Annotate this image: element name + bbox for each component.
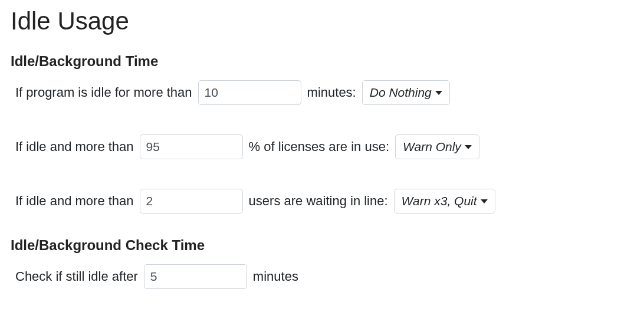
waiting-users-action-label: Warn x3, Quit	[402, 194, 477, 208]
page-title: Idle Usage	[11, 7, 633, 35]
check-idle-suffix-label: minutes	[253, 269, 298, 284]
license-percent-input[interactable]	[140, 134, 243, 159]
waiting-users-suffix-label: users are waiting in line:	[249, 193, 388, 209]
waiting-users-row: If idle and more than users are waiting …	[11, 189, 633, 214]
check-idle-prefix-label: Check if still idle after	[15, 269, 138, 284]
caret-down-icon	[481, 199, 488, 203]
idle-minutes-row: If program is idle for more than minutes…	[11, 80, 633, 105]
idle-minutes-suffix-label: minutes:	[307, 85, 356, 100]
caret-down-icon	[435, 91, 442, 95]
waiting-users-input[interactable]	[140, 189, 243, 214]
idle-minutes-prefix-label: If program is idle for more than	[15, 85, 192, 100]
license-percent-row: If idle and more than % of licenses are …	[11, 134, 633, 159]
section-heading-check-time: Idle/Background Check Time	[11, 237, 633, 254]
caret-down-icon	[465, 145, 472, 149]
check-idle-minutes-input[interactable]	[144, 264, 247, 289]
license-percent-action-label: Warn Only	[403, 140, 461, 154]
idle-minutes-input[interactable]	[198, 80, 301, 105]
license-percent-action-dropdown[interactable]: Warn Only	[395, 134, 479, 159]
license-percent-prefix-label: If idle and more than	[15, 139, 134, 155]
license-percent-suffix-label: % of licenses are in use:	[249, 139, 389, 155]
check-idle-row: Check if still idle after minutes	[11, 264, 633, 289]
idle-minutes-action-dropdown[interactable]: Do Nothing	[362, 80, 450, 105]
waiting-users-action-dropdown[interactable]: Warn x3, Quit	[394, 189, 495, 214]
section-heading-idle-time: Idle/Background Time	[11, 53, 633, 70]
idle-minutes-action-label: Do Nothing	[370, 86, 432, 100]
waiting-users-prefix-label: If idle and more than	[15, 193, 134, 209]
